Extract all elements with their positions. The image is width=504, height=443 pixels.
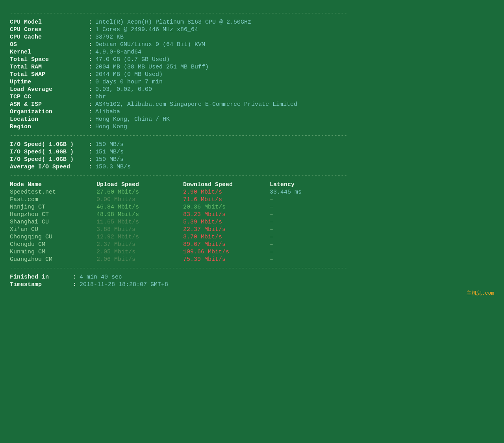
node-download: 3.70 Mbit/s [183, 234, 270, 240]
sysinfo-colon: : [89, 64, 92, 70]
io-row: I/O Speed( 1.0GB ) : 151 MB/s [10, 149, 494, 155]
sysinfo-value: Alibaba [95, 109, 120, 115]
io-section: I/O Speed( 1.0GB ) : 150 MB/s I/O Speed(… [10, 141, 494, 170]
sysinfo-value: Debian GNU/Linux 9 (64 Bit) KVM [95, 41, 205, 48]
sysinfo-label: CPU Cores [10, 26, 89, 33]
io-colon: : [89, 156, 92, 163]
node-row: Xi'an CU 3.88 Mbit/s 22.37 Mbit/s – [10, 226, 494, 233]
io-row: I/O Speed( 1.0GB ) : 150 MB/s [10, 156, 494, 163]
node-row: Speedtest.net 27.60 Mbit/s 2.90 Mbit/s 3… [10, 189, 494, 196]
col-header-latency: Latency [270, 181, 329, 188]
footer-timestamp-label: Timestamp [10, 281, 73, 288]
sysinfo-row: Location : Hong Kong, China / HK [10, 116, 494, 123]
sysinfo-row: Organization : Alibaba [10, 109, 494, 115]
node-table-body: Speedtest.net 27.60 Mbit/s 2.90 Mbit/s 3… [10, 189, 494, 263]
footer-timestamp-row: Timestamp : 2018-11-28 18:28:07 GMT+8 [10, 281, 494, 288]
node-latency: – [270, 241, 329, 248]
sysinfo-row: ASN & ISP : AS45102, Alibaba.com Singapo… [10, 101, 494, 108]
sysinfo-label: Kernel [10, 49, 89, 55]
sysinfo-row: Total Space : 47.0 GB (0.7 GB Used) [10, 56, 494, 63]
node-latency: 33.445 ms [270, 189, 329, 196]
top-divider: ----------------------------------------… [10, 10, 494, 17]
io-label: I/O Speed( 1.0GB ) [10, 156, 89, 163]
node-download: 75.39 Mbit/s [183, 256, 270, 263]
node-row: Kunming CM 2.05 Mbit/s 109.66 Mbit/s – [10, 249, 494, 255]
io-value: 150 MB/s [95, 141, 124, 148]
sysinfo-row: OS : Debian GNU/Linux 9 (64 Bit) KVM [10, 41, 494, 48]
sysinfo-label: CPU Model [10, 19, 89, 26]
footer-timestamp-value: 2018-11-28 18:28:07 GMT+8 [80, 281, 168, 288]
sysinfo-label: Load Average [10, 86, 89, 93]
sysinfo-value: 0.03, 0.02, 0.00 [95, 86, 152, 93]
sysinfo-row: CPU Model : Intel(R) Xeon(R) Platinum 81… [10, 19, 494, 26]
sysinfo-label: OS [10, 41, 89, 48]
sysinfo-label: ASN & ISP [10, 101, 89, 108]
node-latency: – [270, 249, 329, 255]
sysinfo-row: Load Average : 0.03, 0.02, 0.00 [10, 86, 494, 93]
sysinfo-row: Total SWAP : 2044 MB (0 MB Used) [10, 71, 494, 78]
sysinfo-value: 0 days 0 hour 7 min [95, 79, 163, 85]
node-row: Shanghai CU 11.65 Mbit/s 5.39 Mbit/s – [10, 219, 494, 225]
node-row: Guangzhou CM 2.06 Mbit/s 75.39 Mbit/s – [10, 256, 494, 263]
brand-label: 主机兒.com [10, 290, 494, 297]
node-download: 2.90 Mbit/s [183, 189, 270, 196]
node-latency: – [270, 211, 329, 218]
io-value: 151 MB/s [95, 149, 124, 155]
footer-finished-row: Finished in : 4 min 40 sec [10, 274, 494, 281]
sysinfo-label: Total SWAP [10, 71, 89, 78]
sysinfo-divider: ----------------------------------------… [10, 133, 494, 139]
col-header-upload: Upload Speed [96, 181, 183, 188]
node-name: Chengdu CM [10, 241, 96, 248]
node-upload: 2.37 Mbit/s [96, 241, 183, 248]
main-container: ----------------------------------------… [4, 4, 500, 301]
sysinfo-colon: : [89, 116, 92, 123]
io-value: 150.3 MB/s [95, 164, 131, 170]
sysinfo-colon: : [89, 19, 92, 26]
node-download: 83.23 Mbit/s [183, 211, 270, 218]
node-latency: – [270, 226, 329, 233]
sysinfo-colon: : [89, 71, 92, 78]
sysinfo-colon: : [89, 56, 92, 63]
sysinfo-value: 1 Cores @ 2499.446 MHz x86_64 [95, 26, 198, 33]
io-row: Average I/O Speed : 150.3 MB/s [10, 164, 494, 170]
sysinfo-colon: : [89, 41, 92, 48]
footer-timestamp-colon: : [73, 281, 76, 288]
sysinfo-row: Total RAM : 2004 MB (38 MB Used 251 MB B… [10, 64, 494, 70]
sysinfo-row: Kernel : 4.9.0-8-amd64 [10, 49, 494, 55]
node-name: Shanghai CU [10, 219, 96, 225]
node-latency: – [270, 204, 329, 210]
sysinfo-value: 33792 KB [95, 34, 124, 41]
sysinfo-colon: : [89, 101, 92, 108]
node-name: Speedtest.net [10, 189, 96, 196]
node-upload: 46.84 Mbit/s [96, 204, 183, 210]
sysinfo-row: CPU Cache : 33792 KB [10, 34, 494, 41]
node-row: Chengdu CM 2.37 Mbit/s 89.67 Mbit/s – [10, 241, 494, 248]
io-value: 150 MB/s [95, 156, 124, 163]
col-header-download: Download Speed [183, 181, 270, 188]
node-upload: 48.98 Mbit/s [96, 211, 183, 218]
node-upload: 2.05 Mbit/s [96, 249, 183, 255]
node-upload: 2.06 Mbit/s [96, 256, 183, 263]
io-divider: ----------------------------------------… [10, 173, 494, 179]
node-download: 71.6 Mbit/s [183, 196, 270, 203]
sysinfo-value: 2004 MB (38 MB Used 251 MB Buff) [95, 64, 209, 70]
sysinfo-value: 4.9.0-8-amd64 [95, 49, 141, 55]
node-row: Hangzhou CT 48.98 Mbit/s 83.23 Mbit/s – [10, 211, 494, 218]
node-name: Nanjing CT [10, 204, 96, 210]
node-name: Chongqing CU [10, 234, 96, 240]
io-row: I/O Speed( 1.0GB ) : 150 MB/s [10, 141, 494, 148]
sysinfo-row: TCP CC : bbr [10, 94, 494, 100]
sysinfo-colon: : [89, 109, 92, 115]
sysinfo-label: CPU Cache [10, 34, 89, 41]
sysinfo-label: Total RAM [10, 64, 89, 70]
io-colon: : [89, 141, 92, 148]
node-name: Guangzhou CM [10, 256, 96, 263]
node-name: Xi'an CU [10, 226, 96, 233]
node-divider: ----------------------------------------… [10, 265, 494, 271]
sysinfo-label: TCP CC [10, 94, 89, 100]
node-table-header: Node Name Upload Speed Download Speed La… [10, 181, 494, 188]
node-row: Nanjing CT 46.84 Mbit/s 20.36 Mbit/s – [10, 204, 494, 210]
sysinfo-colon: : [89, 94, 92, 100]
node-name: Kunming CM [10, 249, 96, 255]
node-upload: 12.92 Mbit/s [96, 234, 183, 240]
